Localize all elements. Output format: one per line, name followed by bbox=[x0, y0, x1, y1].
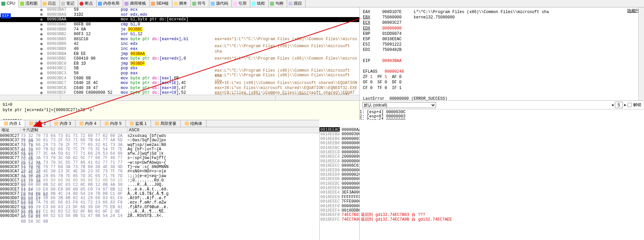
dump-row[interactable]: 00903CA723 3C 73 4E 30 23 3C 4E 30 23 3C… bbox=[0, 169, 319, 173]
tab-句柄[interactable]: 句柄 bbox=[269, 0, 287, 7]
dump-row[interactable]: 00903C4777 71 66 29 73 70 2F 7C 77 65 32… bbox=[0, 142, 319, 147]
dump-row[interactable]: 00903D1783 F8 7A 76 0C 66 83 F8 41 72 13… bbox=[0, 200, 319, 204]
call-row[interactable] bbox=[360, 145, 644, 150]
dump-view[interactable]: 地址 十六进制 ASCII 00903C2773 32 78 73 64 73 … bbox=[0, 127, 319, 240]
arrow-left-icon[interactable]: ◂ bbox=[611, 102, 613, 107]
stack-row[interactable]: 0018EEC800000000 bbox=[320, 159, 359, 163]
stack-row[interactable]: 0018EEC420000000 bbox=[320, 154, 359, 158]
dump-row[interactable]: 00903C7773 7E 3A 73 70 3C 5D 62 5C 77 66… bbox=[0, 155, 319, 160]
tab-线程[interactable]: 线程 bbox=[250, 0, 269, 7]
disassembly-view[interactable]: EIP 00903BA759pop ecx00903BA831D2xor edx… bbox=[0, 7, 360, 100]
reg-EIP[interactable]: EIP 00903BAA bbox=[363, 58, 641, 64]
memtab-2[interactable]: 内存 3 bbox=[50, 120, 75, 127]
call-row[interactable] bbox=[360, 163, 644, 167]
stack-arg[interactable]: 1: [esp+4] 0000030C bbox=[360, 109, 644, 114]
stack-row[interactable]: 0018EED000000000 bbox=[320, 168, 359, 172]
breakpoint-dot[interactable] bbox=[40, 38, 43, 40]
stack-row[interactable]: 0018EEBC00000000 bbox=[320, 145, 359, 150]
breakpoint-dot[interactable] bbox=[40, 92, 43, 94]
reg-EAX[interactable]: EAX 008D1D7E L"\"C:\\Program Files (x86)… bbox=[363, 9, 641, 15]
memtab-5[interactable]: 监视 1 bbox=[126, 120, 151, 127]
stack-row[interactable]: 0018EEE8FFFFFFFF bbox=[320, 194, 359, 199]
breakpoint-dot[interactable] bbox=[40, 23, 43, 26]
call-row[interactable] bbox=[360, 208, 644, 212]
tab-引用[interactable]: 引用 bbox=[232, 0, 250, 7]
stack-row[interactable]: 0018EEE43EF3A000 bbox=[320, 190, 359, 194]
breakpoint-dot[interactable] bbox=[40, 9, 43, 11]
call-row[interactable] bbox=[360, 185, 644, 190]
call-row[interactable] bbox=[360, 154, 644, 158]
call-row[interactable] bbox=[360, 132, 644, 136]
tab-SEH链[interactable]: SEH链 bbox=[150, 0, 172, 7]
flag-row[interactable]: OF 0 SF 0 DF 0 bbox=[363, 80, 641, 85]
arrow-right-icon[interactable]: ▸ bbox=[624, 102, 626, 107]
disasm-row[interactable]: 00903BA831D2xor edx,edx bbox=[0, 12, 359, 17]
dump-row[interactable]: 00903C2773 32 78 73 64 73 61 71 72 60 77… bbox=[0, 133, 319, 138]
dump-row[interactable]: 00903CF7C2 04 00 52 8B 4C 24 08 54 24 7B… bbox=[0, 191, 319, 195]
breakpoint-dot[interactable] bbox=[40, 87, 43, 89]
reg-EDX[interactable]: EDX 00000000 bbox=[363, 26, 641, 31]
dump-row[interactable]: 00903C9754 7D 7E 76 77 60 3A 73 7B 60 38… bbox=[0, 164, 319, 169]
dump-row[interactable]: 00903D475A C2 08 00 52 53 56 0B 51 47 8B… bbox=[0, 213, 319, 218]
disasm-row[interactable]: 00903BC4C600 6Bmov byte ptr ds:[eax],6Be… bbox=[0, 76, 359, 81]
regs-vscroll[interactable] bbox=[638, 7, 644, 100]
breakpoint-dot[interactable] bbox=[40, 18, 43, 21]
tab-日志[interactable]: 日志 bbox=[41, 0, 60, 7]
memtab-7[interactable]: 结构体 bbox=[181, 120, 207, 127]
disasm-row[interactable]: 00903BB5881C10mov byte ptr ds:[eax+edx],… bbox=[0, 37, 359, 42]
disasm-row[interactable]: 00903BB074 0Aje 903BBC bbox=[0, 27, 359, 32]
flag-row[interactable]: CF 0 TF 0 IF 1 bbox=[363, 85, 641, 91]
dump-row[interactable]: 00903CD700 00 00 8B 52 0C 83 C2 0C 8B 12… bbox=[0, 182, 319, 186]
call-row[interactable] bbox=[360, 190, 644, 194]
tab-内存布局[interactable]: 内存布局 bbox=[97, 0, 123, 7]
lock-checkbox[interactable] bbox=[628, 103, 632, 107]
tab-跟踪[interactable]: 跟踪 bbox=[287, 0, 306, 7]
stack-row[interactable]: 0018EEB400000003 bbox=[320, 136, 359, 141]
call-row[interactable] bbox=[360, 172, 644, 176]
memtab-1[interactable]: 内存 2 bbox=[25, 120, 50, 127]
registers-view[interactable]: 隐藏FPU EAX 008D1D7E L"\"C:\\Program Files… bbox=[360, 7, 644, 100]
call-row[interactable] bbox=[360, 168, 644, 172]
stack-row[interactable]: 0018EEFC74EC7A9B bbox=[320, 217, 359, 221]
stack-arg[interactable]: 3: [esp+C] 00000000 bbox=[360, 118, 644, 120]
reg-EDI[interactable]: EDI 7509482B bbox=[363, 47, 641, 53]
call-row[interactable] bbox=[360, 199, 644, 203]
call-row[interactable]: 返回到 gdi32.74EC7B03 自 ??? bbox=[360, 212, 644, 217]
stack-row[interactable]: 0018EEF000000000 bbox=[320, 204, 359, 208]
stack-row[interactable]: 0018EEDC00000000 bbox=[320, 181, 359, 185]
stack-row[interactable]: 0018EECC08006C61 bbox=[320, 163, 359, 167]
call-row[interactable] bbox=[360, 136, 644, 141]
call-stack-view[interactable]: 返回到 gdi32.74EC7B03 自 ???返回到 gdi32.74EC7A… bbox=[360, 127, 644, 240]
call-row[interactable]: 返回到 gdi32.74EC7A9B 自 gdi32.74EC7AEE bbox=[360, 217, 644, 221]
LastError[interactable]: LastError 00000000 (ERROR_SUCCESS) bbox=[363, 96, 641, 100]
disasm-row[interactable]: 00903BB280F3 12xor bl,12 bbox=[0, 32, 359, 37]
call-row[interactable] bbox=[360, 204, 644, 208]
dump-row[interactable]: 00903C6761 66 77 3C 4A 5D 61 77 71 66 29… bbox=[0, 151, 319, 155]
memtab-4[interactable]: 内存 5 bbox=[101, 120, 126, 127]
dump-row[interactable]: 00903CB73A 3B 3B 29 65 7B 7E 65 7D 3C 65… bbox=[0, 173, 319, 178]
breakpoint-dot[interactable] bbox=[40, 62, 43, 65]
reg-EBX[interactable]: EBX 75080000 kernel32.75080000 bbox=[363, 15, 641, 20]
stack-row[interactable]: 0018EEC000000003 bbox=[320, 150, 359, 154]
dump-row[interactable]: 00903CC73A 3B 30 00 00 00 90 90 90 90 52… bbox=[0, 178, 319, 182]
breakpoint-dot[interactable] bbox=[40, 72, 43, 75]
disasm-row[interactable]: 00903BA759pop ecx bbox=[0, 7, 359, 12]
stack-row[interactable]: 0018EEB00000030C bbox=[320, 132, 359, 136]
reg-ESP[interactable]: ESP 0018EEAC bbox=[363, 36, 641, 42]
breakpoint-dot[interactable] bbox=[40, 28, 43, 30]
dump-row[interactable]: 00903C5741 71 60 7B 62 66 7E 7C 7F 75 3C… bbox=[0, 147, 319, 151]
disasm-row[interactable]: 00903BAD80FB 00cmp bl,0 bbox=[0, 22, 359, 27]
dump-col-hex[interactable]: 十六进制 bbox=[21, 127, 127, 133]
reg-EBP[interactable]: EBP 01DD0074 bbox=[363, 31, 641, 36]
dump-row[interactable]: 00903D371E 0E 83 C1 02 83 C2 02 0F B6 01… bbox=[0, 209, 319, 213]
arg-count-input[interactable] bbox=[615, 102, 623, 108]
call-row[interactable] bbox=[360, 141, 644, 145]
call-row[interactable] bbox=[360, 176, 644, 181]
tab-笔记[interactable]: 笔记 bbox=[60, 0, 78, 7]
calling-convention-combo[interactable]: 默认 (stdcall) bbox=[362, 102, 436, 108]
reg-ECX[interactable]: ECX 00903C27 bbox=[363, 20, 641, 25]
disasm-row[interactable]: 00903BAA8A1C11mov bl,byte ptr ds:[ecx+ed… bbox=[0, 17, 359, 22]
tab-调用堆栈[interactable]: 调用堆栈 bbox=[123, 0, 150, 7]
tab-符号[interactable]: 符号 bbox=[191, 0, 209, 7]
eflags[interactable]: EFLAGS 00000246 bbox=[363, 69, 641, 74]
